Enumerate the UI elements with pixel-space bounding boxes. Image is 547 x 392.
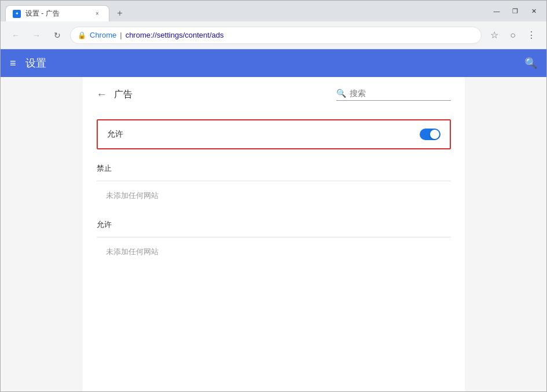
allow-divider bbox=[97, 237, 451, 237]
url-separator: | bbox=[120, 31, 122, 39]
search-icon: 🔍 bbox=[336, 89, 346, 98]
allow-toggle-switch[interactable] bbox=[420, 129, 440, 140]
browser-brand: Chrome bbox=[90, 31, 116, 39]
security-icon: 🔒 bbox=[78, 31, 86, 39]
allow-toggle-row: 允许 bbox=[97, 119, 451, 149]
new-tab-button[interactable]: + bbox=[112, 5, 128, 21]
content-area: ← 广告 🔍 允许 禁止 bbox=[1, 77, 546, 391]
search-input[interactable] bbox=[350, 89, 451, 98]
allow-section: 允许 未添加任何网站 bbox=[97, 219, 451, 262]
account-button[interactable]: ○ bbox=[505, 27, 521, 43]
window-controls: — ❐ ✕ bbox=[489, 5, 542, 17]
titlebar: ✦ 设置 - 广告 × + — ❐ ✕ bbox=[1, 1, 546, 21]
refresh-button[interactable]: ↻ bbox=[49, 27, 65, 43]
hamburger-menu-icon[interactable]: ≡ bbox=[10, 57, 16, 69]
allow-section-title: 允许 bbox=[97, 219, 451, 230]
app-title: 设置 bbox=[25, 56, 524, 70]
menu-button[interactable]: ⋮ bbox=[523, 27, 539, 43]
app-header: ≡ 设置 🔍 bbox=[1, 49, 546, 77]
favicon-icon: ✦ bbox=[15, 11, 19, 16]
block-section: 禁止 未添加任何网站 bbox=[97, 163, 451, 206]
restore-button[interactable]: ❐ bbox=[507, 5, 523, 17]
block-section-title: 禁止 bbox=[97, 163, 451, 174]
back-button[interactable]: ← bbox=[8, 27, 24, 43]
back-icon[interactable]: ← bbox=[97, 89, 107, 101]
settings-header: ← 广告 🔍 bbox=[97, 89, 451, 105]
allow-empty-text: 未添加任何网站 bbox=[97, 242, 451, 262]
tab-close-button[interactable]: × bbox=[93, 9, 102, 19]
tab-area: ✦ 设置 - 广告 × + bbox=[5, 1, 489, 21]
browser-window: ✦ 设置 - 广告 × + — ❐ ✕ ← → ↻ 🔒 Chrome | chr… bbox=[0, 0, 547, 392]
close-button[interactable]: ✕ bbox=[526, 5, 542, 17]
addressbar: ← → ↻ 🔒 Chrome | chrome://settings/conte… bbox=[1, 21, 546, 49]
toolbar-actions: ☆ ○ ⋮ bbox=[486, 27, 539, 43]
minimize-button[interactable]: — bbox=[489, 5, 505, 17]
header-search-icon[interactable]: 🔍 bbox=[524, 57, 537, 69]
bookmark-button[interactable]: ☆ bbox=[486, 27, 502, 43]
toggle-thumb bbox=[430, 130, 439, 139]
forward-button[interactable]: → bbox=[28, 27, 45, 43]
block-empty-text: 未添加任何网站 bbox=[97, 186, 451, 206]
active-tab[interactable]: ✦ 设置 - 广告 × bbox=[5, 5, 109, 21]
toggle-track bbox=[420, 129, 440, 140]
block-divider bbox=[97, 181, 451, 181]
url-text: chrome://settings/content/ads bbox=[126, 31, 474, 39]
tab-title: 设置 - 广告 bbox=[25, 9, 88, 19]
tab-favicon: ✦ bbox=[13, 10, 21, 18]
allow-label: 允许 bbox=[107, 129, 420, 140]
omnibox[interactable]: 🔒 Chrome | chrome://settings/content/ads bbox=[70, 27, 482, 44]
settings-panel: ← 广告 🔍 允许 禁止 bbox=[83, 77, 465, 391]
page-title: 广告 bbox=[114, 89, 336, 101]
search-area: 🔍 bbox=[336, 89, 451, 101]
